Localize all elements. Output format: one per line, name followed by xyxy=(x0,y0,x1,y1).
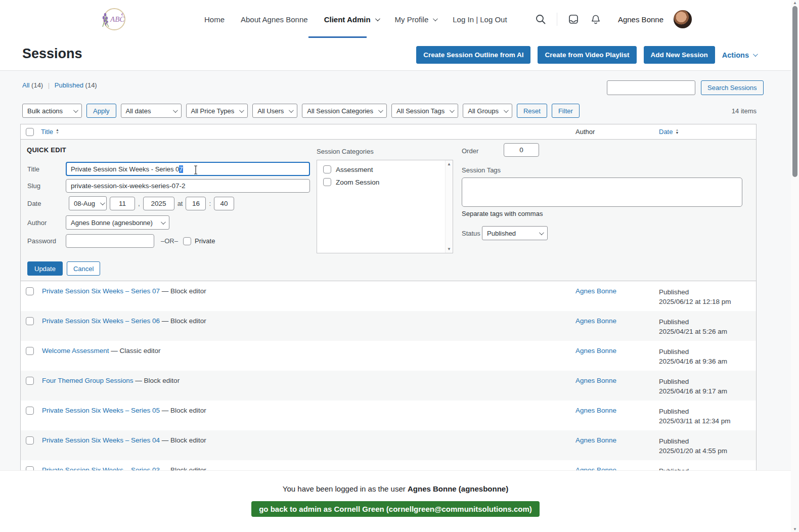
session-title-link[interactable]: Private Session Six Weeks – Series 05 xyxy=(42,407,160,414)
session-categories-select[interactable]: All Session Categories xyxy=(302,104,387,118)
session-title-link[interactable]: Four Themed Group Sessions xyxy=(42,377,134,384)
table-header-row: Title▲▼ Author Date▲▼ xyxy=(21,124,756,140)
search-input[interactable] xyxy=(607,80,695,95)
author-link[interactable]: Agnes Bonne xyxy=(575,347,616,354)
order-input[interactable] xyxy=(504,143,539,157)
back-to-admin-button[interactable]: go back to admin as Cornell Green (corne… xyxy=(251,501,540,517)
nav-client-admin[interactable]: Client Admin xyxy=(324,15,379,24)
vertical-scrollbar[interactable]: ▲ ▼ xyxy=(791,0,799,532)
row-checkbox[interactable] xyxy=(26,347,34,355)
session-categories-label: Session Categories xyxy=(317,148,374,155)
assessment-checkbox[interactable] xyxy=(323,165,331,173)
site-logo[interactable]: ABC xyxy=(99,5,128,34)
nav-my-profile[interactable]: My Profile xyxy=(395,15,437,24)
scroll-up-icon[interactable]: ▲ xyxy=(446,162,453,166)
author-link[interactable]: Agnes Bonne xyxy=(575,317,616,325)
session-title-link[interactable]: Private Session Six Weeks – Series 06 xyxy=(42,317,160,325)
chevron-down-icon xyxy=(172,108,177,113)
text-cursor-icon xyxy=(193,165,198,174)
users-select[interactable]: All Users xyxy=(252,104,297,118)
view-published-link[interactable]: Published xyxy=(55,81,83,89)
private-checkbox[interactable] xyxy=(183,237,191,245)
author-link[interactable]: Agnes Bonne xyxy=(575,436,616,444)
price-types-select[interactable]: All Price Types xyxy=(186,104,248,118)
nav-login-logout[interactable]: Log In | Log Out xyxy=(453,15,507,24)
apply-button[interactable]: Apply xyxy=(86,104,116,118)
top-navigation-bar: ABC Home About Agnes Bonne Client Admin … xyxy=(0,0,791,38)
user-avatar[interactable] xyxy=(674,10,692,28)
cancel-button[interactable]: Cancel xyxy=(67,261,100,276)
zoom-session-checkbox[interactable] xyxy=(323,178,331,186)
column-date-sort[interactable]: Date▲▼ xyxy=(659,128,679,136)
inbox-icon[interactable] xyxy=(567,13,580,25)
column-title-sort[interactable]: Title▲▼ xyxy=(41,128,59,136)
category-item: Assessment xyxy=(323,165,447,173)
session-tags-textarea[interactable] xyxy=(462,178,742,207)
row-checkbox[interactable] xyxy=(26,287,34,295)
row-checkbox[interactable] xyxy=(26,317,34,325)
author-link[interactable]: Agnes Bonne xyxy=(575,287,616,295)
date-hour-input[interactable] xyxy=(186,197,206,210)
header-utility-icons: Agnes Bonne xyxy=(535,0,692,38)
dates-select[interactable]: All dates xyxy=(121,104,182,118)
author-link[interactable]: Agnes Bonne xyxy=(575,377,616,384)
status-select[interactable]: Published xyxy=(482,226,548,240)
category-item: Zoom Session xyxy=(323,178,447,186)
row-checkbox[interactable] xyxy=(26,377,34,385)
scroll-down-icon[interactable]: ▼ xyxy=(791,527,799,531)
password-input[interactable] xyxy=(66,234,154,248)
tags-help-text: Separate tags with commas xyxy=(462,210,543,217)
editor-type-label: — Classic editor xyxy=(109,347,161,354)
message-user: Agnes Bonne (agnesbonne) xyxy=(408,484,508,493)
chevron-down-icon xyxy=(100,200,105,205)
session-title-link[interactable]: Private Session Six Weeks – Series 07 xyxy=(42,287,160,295)
slug-input[interactable] xyxy=(66,179,310,193)
nav-about[interactable]: About Agnes Bonne xyxy=(241,15,308,24)
bell-icon[interactable] xyxy=(590,13,602,25)
view-all-link[interactable]: All xyxy=(22,81,29,89)
main-nav: Home About Agnes Bonne Client Admin My P… xyxy=(204,0,507,38)
date-month-select[interactable]: 08-Aug xyxy=(69,196,107,210)
author-link[interactable]: Agnes Bonne xyxy=(575,407,616,414)
order-label: Order xyxy=(462,147,478,155)
filter-button[interactable]: Filter xyxy=(552,104,580,118)
scrollbar-thumb[interactable] xyxy=(792,6,797,177)
session-title-link[interactable]: Welcome Assessment xyxy=(42,347,109,354)
nav-home[interactable]: Home xyxy=(204,15,225,24)
actions-dropdown[interactable]: Actions xyxy=(722,51,757,59)
price-types-value: All Price Types xyxy=(191,107,235,115)
scroll-down-icon[interactable]: ▼ xyxy=(446,247,453,251)
dates-value: All dates xyxy=(126,107,151,115)
create-session-outline-button[interactable]: Create Session Outline from AI xyxy=(416,46,530,64)
nav-home-label: Home xyxy=(204,15,225,24)
create-from-video-playlist-button[interactable]: Create from Video Playlist xyxy=(538,46,636,64)
author-select[interactable]: Agnes Bonne (agnesbonne) xyxy=(66,215,169,230)
date-day-input[interactable] xyxy=(110,197,135,210)
date-year-input[interactable] xyxy=(143,197,174,210)
select-all-checkbox[interactable] xyxy=(26,128,34,136)
update-button[interactable]: Update xyxy=(27,261,63,276)
bulk-actions-select[interactable]: Bulk actions xyxy=(22,104,82,118)
groups-select[interactable]: All Groups xyxy=(463,104,512,118)
quick-edit-heading: QUICK EDIT xyxy=(27,146,66,154)
impersonation-footer: You have been logged in as the user Agne… xyxy=(0,470,791,532)
status-text: Published xyxy=(659,287,731,297)
scroll-up-icon[interactable]: ▲ xyxy=(791,1,799,5)
row-checkbox[interactable] xyxy=(26,407,34,415)
date-minute-input[interactable] xyxy=(214,197,234,210)
date-cell: Published2025/04/16 at 9:17 am xyxy=(659,377,727,396)
chevron-down-icon xyxy=(539,230,544,235)
search-icon[interactable] xyxy=(535,13,547,25)
title-field-label: Title xyxy=(27,165,66,173)
search-sessions-button[interactable]: Search Sessions xyxy=(701,80,764,95)
or-separator: –OR– xyxy=(161,237,178,245)
add-new-session-button[interactable]: Add New Session xyxy=(644,46,715,64)
slug-field-label: Slug xyxy=(27,182,66,190)
reset-button[interactable]: Reset xyxy=(517,104,547,118)
title-input[interactable]: Private Session Six Weeks - Series 07 xyxy=(66,162,310,176)
session-tags-select[interactable]: All Session Tags xyxy=(391,104,458,118)
status-text: Published xyxy=(659,347,727,357)
listbox-scrollbar[interactable]: ▲ ▼ xyxy=(445,160,453,253)
row-checkbox[interactable] xyxy=(26,436,34,445)
session-title-link[interactable]: Private Session Six Weeks – Series 04 xyxy=(42,436,160,444)
